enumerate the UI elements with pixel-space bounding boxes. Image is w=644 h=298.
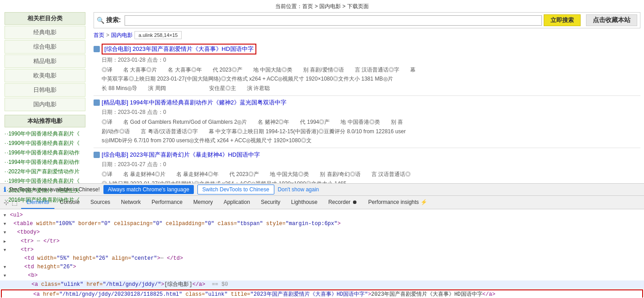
collapse-icon[interactable]	[4, 228, 8, 237]
movie-entry-3: [综合电影] 2023年国产喜剧奇幻片《暴走财神4》HD国语中字 日期：2023…	[94, 148, 640, 183]
collapse-icon[interactable]	[4, 237, 8, 246]
code-line: <td height="26" >	[0, 263, 644, 271]
tooltip-box: a.ulink 258,14×15	[134, 31, 182, 39]
sidebar-item-general[interactable]: 综合电影	[4, 40, 85, 54]
search-button[interactable]: 立即搜索	[544, 14, 581, 26]
code-line: <b>	[0, 271, 644, 280]
movie-entry-2: [精品电影] 1994年中国香港经典喜剧动作片《赌神2》蓝光国粤双语中字 日期：…	[94, 96, 640, 148]
search-icon: 🔍	[97, 17, 104, 24]
code-line: <td width="5%" height="26" align="center…	[0, 254, 644, 263]
collapse-icon[interactable]	[4, 246, 8, 254]
movie-title-row-1: [综合电影] 2023年国产喜剧爱情片《大喜事》HD国语中字	[94, 44, 640, 54]
code-line: <table width="100%" border="0" cellspaci…	[0, 220, 644, 228]
code-line-highlighted: <a class="ulink" href="/html/gndy/jddy/"…	[0, 280, 644, 289]
info-icon: ℹ	[4, 186, 6, 193]
code-line: <ul>	[0, 211, 644, 220]
collapse-icon[interactable]	[4, 211, 8, 220]
home-link[interactable]: 首页	[94, 32, 104, 39]
inspect-icon[interactable]: ⬚	[12, 199, 18, 206]
category-title: 相关栏目分类	[4, 12, 85, 25]
devtools-tabs-bar: ⊹ ⬚ Elements Console Sources Network Per…	[0, 196, 644, 209]
list-item[interactable]: ·1994年中国香港经典喜剧动作	[4, 158, 85, 167]
sidebar-item-classic[interactable]: 经典电影	[4, 26, 85, 39]
movie-title-2[interactable]: [精品电影] 1994年中国香港经典喜剧动作片《赌神2》蓝光国粤双语中字	[102, 99, 286, 107]
movie-icon-3	[94, 152, 100, 158]
movie-detail-3: ◎译 名 暴走财神4◎片 名 暴走财神4◎年 代 2023◎产 地 中国大陆◎类…	[102, 170, 640, 183]
list-item[interactable]: ·1990年中国香港经典喜剧片《	[4, 129, 85, 139]
sidebar-item-domestic[interactable]: 国内电影	[4, 98, 85, 111]
movie-title-row-3: [综合电影] 2023年国产喜剧奇幻片《暴走财神4》HD国语中字	[94, 151, 640, 159]
movie-title-row-2: [精品电影] 1994年中国香港经典喜剧动作片《赌神2》蓝光国粤双语中字	[94, 99, 640, 107]
list-item[interactable]: ·1996年中国香港经典喜剧动作	[4, 148, 85, 158]
devtools-notify-bar: ℹ DevTools is now available in Chinese! …	[0, 183, 644, 196]
collapse-icon[interactable]	[4, 263, 8, 271]
movie-detail-1: ◎译 名 大喜事◎片 名 大喜事◎年 代 2023◎产 地 中国大陆◎类 别 喜…	[102, 65, 640, 93]
sidebar-item-western[interactable]: 欧美电影	[4, 69, 85, 82]
movie-date-3: 日期：2023-01-27 点击：0	[102, 161, 640, 168]
movie-date-1: 日期：2023-01-28 点击：0	[102, 56, 640, 64]
collapse-icon[interactable]	[4, 271, 8, 280]
movie-title-1[interactable]: [综合电影] 2023年国产喜剧爱情片《大喜事》HD国语中字	[102, 44, 256, 54]
search-input[interactable]	[125, 15, 542, 26]
cursor-icon[interactable]: ⊹	[4, 199, 9, 206]
tab-performance-insights[interactable]: Performance insights ⚡	[363, 196, 433, 209]
switch-devtools-button[interactable]: Switch DevTools to Chinese	[197, 185, 274, 194]
always-match-button[interactable]: Always match Chrome's language	[103, 185, 194, 194]
list-item[interactable]: ·1989年中国香港经典喜剧片《	[4, 176, 85, 186]
dont-show-again-link[interactable]: Don't show again	[278, 186, 319, 193]
bookmark-button[interactable]: 点击收藏本站	[586, 14, 637, 26]
code-line: <tbody>	[0, 228, 644, 237]
recommend-title: 本站推荐电影	[4, 115, 85, 127]
list-item[interactable]: ·1990年中国香港经典喜剧片《	[4, 139, 85, 148]
tab-performance[interactable]: Performance	[146, 196, 188, 209]
devtools-code-panel: <ul> <table width="100%" border="0" cell…	[0, 209, 644, 298]
search-label: 搜索:	[106, 16, 121, 24]
movie-date-2: 日期：2023-01-28 点击：0	[102, 108, 640, 116]
movie-detail-2: ◎译 名 God of Gamblers Return/God of Glamb…	[102, 117, 640, 145]
breadcrumb: 当前位置：首页 > 国内电影 > 下载页面	[0, 0, 644, 12]
tab-security[interactable]: Security	[255, 196, 286, 209]
sidebar-item-premium[interactable]: 精品电影	[4, 54, 85, 68]
list-item[interactable]: ·2022年中国产喜剧爱情动作片	[4, 167, 85, 176]
code-line: <tr> ⋯ </tr>	[0, 237, 644, 246]
tab-console[interactable]: Console	[54, 196, 85, 209]
main-content: 相关栏目分类 经典电影 综合电影 精品电影 欧美电影 日韩电影 国内电影 本站推…	[0, 12, 644, 183]
devtools-icons: ⊹ ⬚	[4, 199, 18, 206]
tab-network[interactable]: Network	[116, 196, 146, 209]
tab-application[interactable]: Application	[218, 196, 255, 209]
code-line: <tr>	[0, 246, 644, 254]
movie-entry-1: [综合电影] 2023年国产喜剧爱情片《大喜事》HD国语中字 日期：2023-0…	[94, 41, 640, 96]
tab-recorder[interactable]: Recorder ⏺	[323, 196, 363, 209]
cat-link[interactable]: 国内电影	[111, 32, 133, 39]
movie-title-3[interactable]: [综合电影] 2023年国产喜剧奇幻片《暴走财神4》HD国语中字	[102, 151, 260, 159]
search-bar: 🔍 搜索: 立即搜索 点击收藏本站	[94, 12, 640, 28]
tab-memory[interactable]: Memory	[188, 196, 218, 209]
devtools-notify-text: DevTools is now available in Chinese!	[9, 186, 100, 193]
sub-breadcrumb: 首页 > 国内电影 a.ulink 258,14×15	[94, 31, 640, 39]
recommend-list: ·1990年中国香港经典喜剧片《 ·1990年中国香港经典喜剧片《 ·1996年…	[4, 129, 85, 205]
right-content: 🔍 搜索: 立即搜索 点击收藏本站 首页 > 国内电影 a.ulink 258,…	[90, 12, 644, 183]
collapse-icon[interactable]	[4, 220, 8, 228]
tab-lighthouse[interactable]: Lighthouse	[286, 196, 323, 209]
sidebar-item-japanese-korean[interactable]: 日韩电影	[4, 83, 85, 97]
movie-icon-2	[94, 99, 100, 106]
tab-sources[interactable]: Sources	[85, 196, 116, 209]
code-line-red-outline: <a href="/html/gndy/jddy/20230128/118825…	[1, 289, 643, 298]
tab-elements[interactable]: Elements	[21, 196, 54, 209]
movie-icon-1	[94, 46, 100, 52]
sidebar: 相关栏目分类 经典电影 综合电影 精品电影 欧美电影 日韩电影 国内电影 本站推…	[0, 12, 90, 183]
